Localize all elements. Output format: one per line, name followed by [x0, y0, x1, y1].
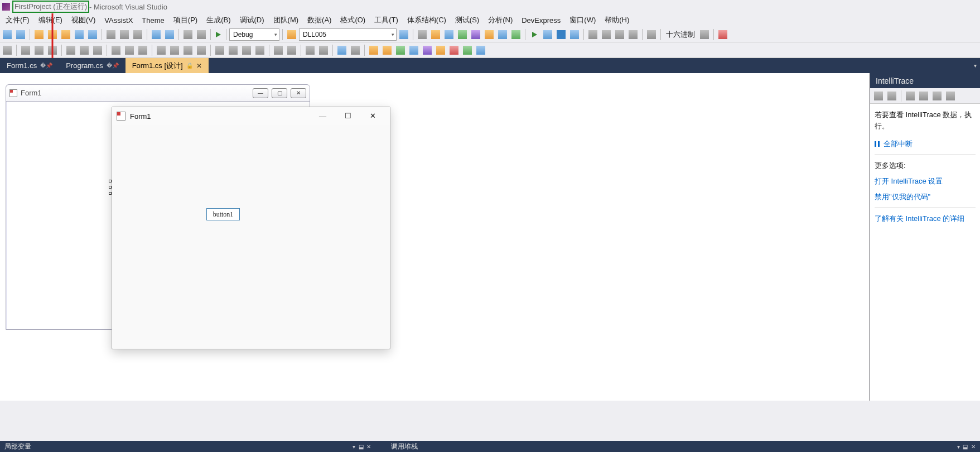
paste-button[interactable] [132, 28, 144, 41]
disable-just-my-code-link[interactable]: 禁用"仅我的代码" [875, 192, 976, 202]
close-icon[interactable]: ✕ [196, 62, 202, 70]
menu-window[interactable]: 窗口(W) [565, 14, 600, 26]
tb-find-button[interactable] [286, 28, 298, 41]
undo-button[interactable] [150, 28, 162, 41]
dx-b6[interactable] [435, 44, 447, 56]
menu-debug[interactable]: 调试(D) [235, 14, 269, 26]
maximize-button[interactable]: ▢ [272, 88, 287, 98]
dx-b7[interactable] [448, 44, 460, 56]
maximize-button[interactable]: ☐ [335, 108, 360, 124]
menu-devexpress[interactable]: DevExpress [517, 15, 565, 26]
new-project-button[interactable] [33, 28, 45, 41]
it-tb-4[interactable] [918, 90, 930, 102]
tab-program-cs[interactable]: Program.cs �📌 [59, 58, 125, 73]
tb-icon-a6[interactable] [483, 28, 495, 41]
nav-forward-button[interactable] [15, 28, 27, 41]
start-debug-button[interactable] [216, 32, 221, 37]
tb-icon-end2[interactable] [717, 28, 729, 41]
minimize-button[interactable]: — [310, 108, 335, 124]
locals-panel-tab[interactable]: 局部变量 [0, 441, 36, 452]
align-right-button[interactable] [46, 44, 59, 56]
send-back-button[interactable] [317, 44, 330, 56]
vspace-remove-button[interactable] [254, 44, 266, 56]
tabs-overflow-button[interactable]: ▾ [974, 62, 977, 69]
menu-view[interactable]: 视图(V) [67, 14, 100, 26]
dx-b1[interactable] [368, 44, 380, 56]
menu-tools[interactable]: 工具(T) [370, 14, 403, 26]
redo-button[interactable] [163, 28, 176, 41]
menu-architecture[interactable]: 体系结构(C) [403, 14, 451, 26]
align-grid-button[interactable] [1, 44, 13, 56]
tb-misc-1[interactable] [182, 28, 194, 41]
it-tb-6[interactable] [944, 90, 957, 102]
tb-icon-a2[interactable] [429, 28, 442, 41]
vspace-equal-button[interactable] [214, 44, 226, 56]
align-center-button[interactable] [33, 44, 45, 56]
menu-team[interactable]: 团队(M) [269, 14, 303, 26]
same-height-button[interactable] [123, 44, 136, 56]
watch-button[interactable] [645, 28, 658, 41]
dx-b3[interactable] [394, 44, 407, 56]
align-bottom-button[interactable] [91, 44, 104, 56]
tb-icon-end1[interactable] [698, 28, 711, 41]
minimize-button[interactable]: — [253, 88, 268, 98]
lock-controls-button[interactable] [349, 44, 361, 56]
hspace-equal-button[interactable] [155, 44, 167, 56]
pause-button[interactable] [542, 28, 554, 41]
stop-button[interactable] [555, 28, 567, 41]
menu-help[interactable]: 帮助(H) [600, 14, 634, 26]
button1[interactable]: button1 [206, 208, 240, 220]
dx-b8[interactable] [461, 44, 474, 56]
tab-form1-design[interactable]: Form1.cs [设计] 🔒 ✕ [125, 58, 209, 73]
vspace-inc-button[interactable] [227, 44, 239, 56]
panel-controls[interactable]: ▾ ⬓ ✕ [353, 444, 371, 450]
hspace-remove-button[interactable] [195, 44, 207, 56]
learn-more-link[interactable]: 了解有关 IntelliTrace 的详细 [875, 214, 976, 224]
menu-file[interactable]: 文件(F) [1, 14, 34, 26]
tb-icon-a5[interactable] [470, 28, 482, 41]
it-tb-3[interactable] [904, 90, 916, 102]
it-tb-1[interactable] [872, 90, 885, 102]
tb-icon-a3[interactable] [443, 28, 455, 41]
menu-edit[interactable]: 编辑(E) [34, 14, 67, 26]
save-button[interactable] [73, 28, 85, 41]
tb-icon-a7[interactable] [496, 28, 509, 41]
it-tb-2[interactable] [886, 90, 898, 102]
open-file-button[interactable] [60, 28, 72, 41]
callstack-panel-tab[interactable]: 调用堆栈 [387, 441, 422, 452]
continue-button[interactable] [528, 28, 540, 41]
same-width-button[interactable] [110, 44, 122, 56]
it-tb-5[interactable] [931, 90, 943, 102]
vspace-dec-button[interactable] [240, 44, 253, 56]
tb-misc-2[interactable] [195, 28, 207, 41]
menu-vassistx[interactable]: VAssistX [100, 15, 137, 26]
nav-back-button[interactable] [1, 28, 13, 41]
config-combo[interactable]: Debug [229, 28, 279, 41]
save-all-button[interactable] [86, 28, 99, 41]
tb-icon-a1[interactable] [416, 28, 428, 41]
cut-button[interactable] [105, 28, 117, 41]
bring-front-button[interactable] [304, 44, 316, 56]
panel-controls-right[interactable]: ▾ ⬓ ✕ [957, 444, 976, 450]
add-item-button[interactable] [46, 28, 59, 41]
center-v-button[interactable] [286, 44, 298, 56]
same-size-button[interactable] [137, 44, 149, 56]
step-cursor-button[interactable] [627, 28, 639, 41]
break-all-link[interactable]: 全部中断 [884, 139, 913, 149]
step-out-button[interactable] [614, 28, 626, 41]
close-button[interactable]: ✕ [360, 108, 385, 124]
dx-b2[interactable] [381, 44, 393, 56]
dx-b9[interactable] [475, 44, 487, 56]
dx-b4[interactable] [408, 44, 420, 56]
open-settings-link[interactable]: 打开 IntelliTrace 设置 [875, 176, 976, 186]
dx-b5[interactable] [421, 44, 433, 56]
runtime-form-titlebar[interactable]: Form1 — ☐ ✕ [112, 107, 390, 125]
menu-build[interactable]: 生成(B) [202, 14, 235, 26]
center-h-button[interactable] [272, 44, 284, 56]
menu-data[interactable]: 数据(A) [303, 14, 336, 26]
tab-form1-cs[interactable]: Form1.cs �📌 [0, 58, 59, 73]
menu-format[interactable]: 格式(O) [336, 14, 370, 26]
tb-icon-a4[interactable] [456, 28, 469, 41]
menu-test[interactable]: 测试(S) [451, 14, 484, 26]
restart-button[interactable] [568, 28, 581, 41]
